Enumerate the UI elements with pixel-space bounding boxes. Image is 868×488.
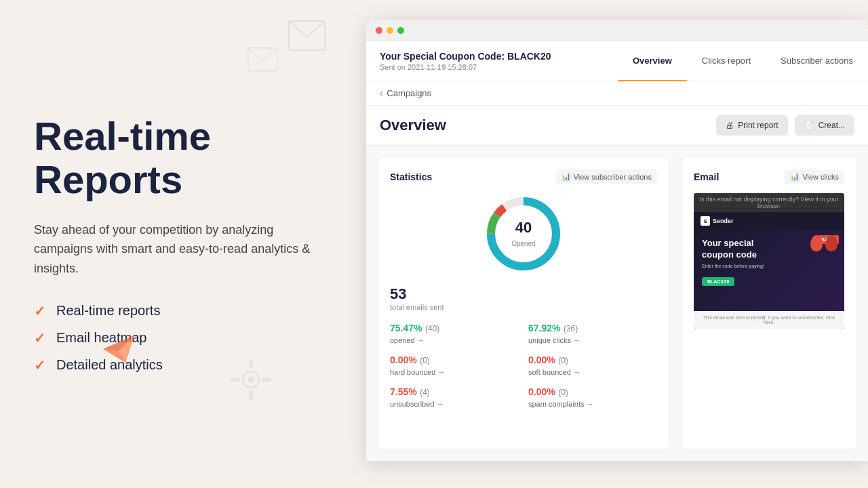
balloon-1 [810, 235, 823, 251]
stats-card-title: Statistics [390, 171, 432, 182]
stat-unique-clicks-count: (36) [564, 324, 578, 333]
coupon-code-button: BLACK20 [702, 277, 734, 286]
email-card-header: Email 📊 View clicks [694, 169, 844, 184]
browser-dot-yellow [387, 27, 393, 34]
header-buttons: 🖨 Print report 📄 Creat... [716, 115, 854, 136]
email-preview: Is this email not displaying correctly? … [694, 193, 844, 329]
stat-soft-bounced-pct: 0.00% [528, 354, 555, 365]
campaign-date: Sent on 2021-11-19 15:28:07 [380, 63, 604, 71]
stats-grid: 75.47% (40) opened → 67.92% (36) [390, 322, 657, 408]
campaign-title: Your Special Coupon Code: BLACK20 [380, 51, 604, 62]
donut-label: Opened [511, 240, 536, 247]
feature-label-2: Email heatmap [56, 330, 146, 346]
tab-overview[interactable]: Overview [618, 41, 687, 81]
check-icon-1: ✓ [34, 303, 45, 319]
stat-unsubscribed-value: 7.55% (4) [390, 386, 519, 398]
stat-spam-pct: 0.00% [528, 386, 555, 397]
check-icon-2: ✓ [34, 330, 45, 346]
sender-logo-text: Sender [713, 218, 734, 224]
donut-chart: 40 Opened [483, 193, 564, 274]
create-icon: 📄 [804, 121, 814, 130]
features-list: ✓ Real-time reports ✓ Email heatmap ✓ De… [34, 303, 332, 373]
two-column-layout: Statistics 📊 View subscriber actions [366, 146, 868, 461]
email-preview-heading: Your special coupon code [702, 238, 770, 261]
svg-rect-7 [262, 378, 271, 382]
balloon-2 [825, 235, 837, 251]
email-balloons [810, 235, 837, 251]
feature-label-1: Real-time reports [56, 303, 160, 319]
statistics-card: Statistics 📊 View subscriber actions [377, 157, 670, 450]
svg-rect-1 [248, 48, 277, 71]
page-title: Overview [380, 117, 446, 134]
browser-dot-red [376, 27, 382, 34]
stat-unsubscribed-pct: 7.55% [390, 386, 417, 397]
stat-unique-clicks-pct: 67.92% [528, 323, 560, 333]
breadcrumb-arrow-icon: ‹ [380, 88, 382, 98]
stat-spam-label[interactable]: spam complaints → [528, 400, 657, 408]
stat-hard-bounced-pct: 0.00% [390, 354, 417, 365]
browser-window: Your Special Coupon Code: BLACK20 Sent o… [366, 20, 868, 461]
breadcrumb-bar: ‹ Campaigns [366, 81, 868, 106]
stat-unique-clicks-label[interactable]: unique clicks → [528, 336, 657, 344]
feature-item-3: ✓ Detailed analytics [34, 357, 332, 373]
stat-hard-bounced-label[interactable]: hard bounced → [390, 368, 519, 376]
print-report-label: Print report [738, 121, 778, 130]
envelope-deco-2 [248, 47, 278, 72]
create-label: Creat... [818, 121, 845, 130]
svg-point-2 [243, 371, 259, 388]
email-card: Email 📊 View clicks Is this email not di… [681, 157, 857, 450]
left-panel: Real-time Reports Stay ahead of your com… [0, 0, 366, 488]
total-sent: 53 total emails sent [390, 285, 657, 311]
donut-chart-container: 40 Opened [390, 193, 657, 274]
campaign-info: Your Special Coupon Code: BLACK20 Sent o… [366, 41, 618, 81]
envelope-deco-1 [288, 20, 326, 51]
stat-unsubscribed: 7.55% (4) unsubscribed → [390, 386, 519, 408]
stat-spam: 0.00% (0) spam complaints → [528, 386, 657, 408]
donut-number: 40 [511, 219, 536, 237]
tab-clicks-report[interactable]: Clicks report [687, 41, 766, 81]
svg-rect-0 [289, 21, 325, 50]
view-subscriber-actions-button[interactable]: 📊 View subscriber actions [556, 169, 657, 184]
sender-logo-icon: S [701, 216, 710, 226]
email-preview-subtext: Enter the code before paying! [702, 264, 836, 268]
email-preview-footer: This email was sent to [email]. If you w… [694, 311, 844, 329]
stat-soft-bounced-count: (0) [558, 356, 568, 365]
stat-unique-clicks-value: 67.92% (36) [528, 322, 657, 334]
stat-soft-bounced-label[interactable]: soft bounced → [528, 368, 657, 376]
print-report-button[interactable]: 🖨 Print report [716, 115, 787, 136]
stat-opened-label[interactable]: opened → [390, 336, 519, 344]
feature-item-1: ✓ Real-time reports [34, 303, 332, 319]
stat-opened-count: (40) [425, 324, 439, 333]
browser-chrome [366, 20, 868, 41]
stat-unsubscribed-count: (4) [420, 388, 430, 397]
stat-hard-bounced-count: (0) [420, 356, 430, 365]
breadcrumb[interactable]: Campaigns [387, 88, 431, 98]
app-header: Your Special Coupon Code: BLACK20 Sent o… [366, 41, 868, 81]
printer-icon: 🖨 [726, 121, 734, 130]
total-label: total emails sent [390, 303, 657, 311]
stat-soft-bounced: 0.00% (0) soft bounced → [528, 354, 657, 376]
tab-subscriber-actions[interactable]: Subscriber actions [766, 41, 868, 81]
stat-spam-value: 0.00% (0) [528, 386, 657, 398]
page-header: Overview 🖨 Print report 📄 Creat... [366, 106, 868, 146]
bar-chart-icon: 📊 [561, 172, 571, 181]
view-clicks-button[interactable]: 📊 View clicks [785, 169, 844, 184]
stat-opened-value: 75.47% (40) [390, 322, 519, 334]
main-heading: Real-time Reports [34, 115, 332, 201]
stats-card-header: Statistics 📊 View subscriber actions [390, 169, 657, 184]
browser-dot-green [397, 27, 404, 34]
total-number: 53 [390, 285, 657, 303]
subtitle: Stay ahead of your competition by analyz… [34, 220, 319, 279]
create-button[interactable]: 📄 Creat... [795, 115, 854, 136]
svg-rect-5 [249, 390, 253, 400]
stat-opened: 75.47% (40) opened → [390, 322, 519, 344]
email-preview-logobar: S Sender [694, 212, 844, 230]
view-clicks-label: View clicks [802, 173, 839, 181]
feature-label-3: Detailed analytics [56, 357, 163, 373]
nav-tabs: Overview Clicks report Subscriber action… [618, 41, 868, 81]
stat-soft-bounced-value: 0.00% (0) [528, 354, 657, 366]
svg-rect-6 [231, 378, 240, 382]
svg-point-3 [248, 376, 254, 383]
stat-hard-bounced: 0.00% (0) hard bounced → [390, 354, 519, 376]
stat-unsubscribed-label[interactable]: unsubscribed → [390, 400, 519, 408]
